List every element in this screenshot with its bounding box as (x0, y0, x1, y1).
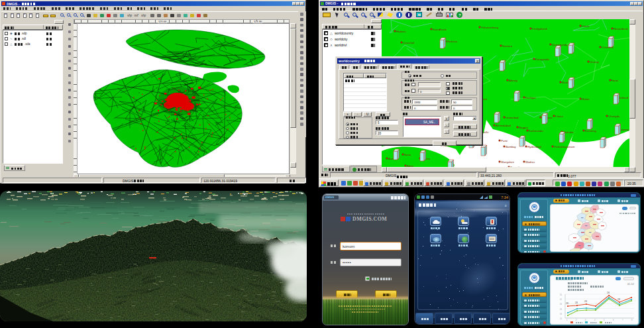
svg-text:28: 28 (566, 302, 568, 305)
svg-text:Urumqi: Urumqi (590, 60, 599, 64)
svg-text:Qarashal: Qarashal (403, 41, 414, 44)
svg-text:Hami: Hami (612, 79, 618, 82)
svg-text:Chelyabinsk: Chelyabinsk (532, 27, 548, 30)
svg-text:4: 4 (594, 319, 596, 321)
svg-text:3: 3 (585, 319, 586, 321)
svg-text:Pune: Pune (501, 139, 508, 142)
svg-text:Madras: Madras (525, 160, 535, 164)
svg-text:34: 34 (560, 303, 562, 305)
svg-text:Bombay: Bombay (506, 145, 516, 148)
svg-text:Yekaterinburg: Yekaterinburg (481, 26, 498, 29)
svg-text:Sana: Sana (404, 153, 411, 156)
svg-text:Hiabuiu: Hiabuiu (396, 30, 406, 33)
svg-text:Kathmandu: Kathmandu (529, 129, 543, 133)
svg-text:Karaganda: Karaganda (535, 58, 549, 61)
svg-text:26: 26 (560, 308, 562, 311)
svg-text:Sverdlovsk: Sverdlovsk (433, 28, 447, 31)
svg-text:Nagpur: Nagpur (519, 126, 528, 129)
svg-text:18: 18 (560, 313, 562, 315)
svg-text:50: 50 (560, 294, 562, 296)
svg-text:Novosibirsk: Novosibirsk (614, 27, 629, 30)
svg-text:10: 10 (560, 317, 562, 320)
svg-text:6: 6 (613, 319, 614, 321)
svg-text:2: 2 (576, 319, 577, 321)
svg-text:42: 42 (560, 298, 562, 301)
svg-text:Chengdu: Chengdu (608, 115, 620, 118)
svg-text:Golmud: Golmud (618, 96, 628, 99)
svg-text:Omsk: Omsk (582, 25, 590, 28)
svg-text:Lhasa: Lhasa (555, 115, 563, 118)
svg-text:Hotan: Hotan (582, 97, 590, 101)
svg-text:5: 5 (604, 319, 605, 321)
svg-text:28: 28 (584, 300, 587, 303)
svg-text:Moskava: Moskava (446, 40, 457, 43)
svg-text:Samara: Samara (502, 44, 512, 48)
svg-text:28: 28 (575, 301, 578, 304)
svg-text:28: 28 (607, 292, 610, 294)
svg-text:Ahmedabad: Ahmedabad (496, 124, 511, 127)
svg-text:—————: ————— (556, 278, 572, 282)
svg-text:1: 1 (566, 319, 568, 321)
svg-text:Almaty: Almaty (509, 79, 518, 82)
svg-text:Vishakhapatnam: Vishakhapatnam (554, 145, 575, 148)
svg-text:Kashgar: Kashgar (525, 96, 536, 99)
svg-text:Mangalore: Mangalore (501, 160, 514, 164)
svg-text:Hyderabad: Hyderabad (527, 145, 541, 148)
svg-text:7: 7 (622, 319, 623, 321)
svg-text:28: 28 (617, 298, 620, 301)
svg-text:8: 8 (631, 319, 633, 321)
svg-text:Islamabad: Islamabad (506, 116, 519, 119)
